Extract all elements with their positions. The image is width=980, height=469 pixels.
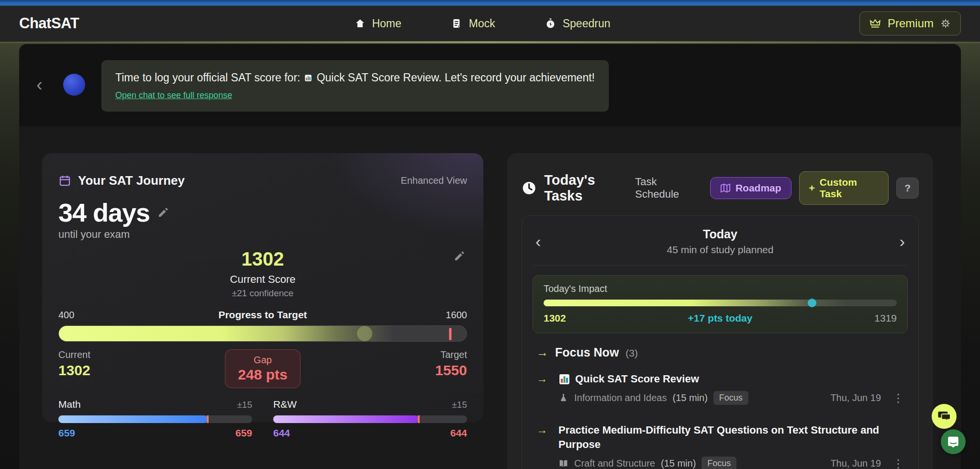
rw-value: 644 [273,427,290,439]
roadmap-button[interactable]: Roadmap [710,177,791,199]
nav-glow-divider [0,41,980,43]
schedule-panel: ‹ Today 45 min of study planned › Today'… [522,215,919,469]
roadmap-label: Roadmap [735,182,781,194]
rw-subscore: R&W ±15 644 644 [273,399,467,439]
clock-icon [522,180,536,196]
impact-label: Today's Impact [544,283,897,294]
nav-links: Home Mock Speedrun [354,17,610,30]
custom-task-button[interactable]: + Custom Task [799,171,889,205]
task-title: Quick SAT Score Review [575,372,699,386]
nav-item-label: Home [372,17,401,30]
edit-score-pencil-icon[interactable] [454,250,465,262]
math-label: Math [58,399,81,410]
open-book-icon [558,458,568,469]
impact-start-value: 1302 [544,313,611,324]
todays-tasks-card: Today's Tasks Task Schedule Roadmap + Cu… [507,153,933,469]
focus-now-header: → Focus Now (3) [536,346,908,359]
scale-min: 400 [58,310,101,321]
map-icon [720,183,731,193]
chat-bubble-smile-icon [947,435,960,448]
impact-progress-bar [544,300,897,306]
rw-progress-bar [273,415,467,423]
banner-back-chevron-icon[interactable]: ‹ [36,76,43,94]
banner-message-prefix: Time to log your official SAT score for: [115,71,300,84]
notification-banner: Time to log your official SAT score for:… [101,60,609,112]
nav-item-mock[interactable]: Mock [451,17,495,30]
gap-box: Gap 248 pts [225,349,300,388]
chat-bubbles-icon [937,409,951,424]
impact-gradient-fill [544,300,897,306]
target-value: 1550 [362,362,467,379]
day-header: ‹ Today 45 min of study planned › [522,216,918,256]
gear-icon[interactable] [940,18,951,29]
mock-document-icon [451,18,463,29]
nav-item-home[interactable]: Home [354,17,401,30]
app-logo: ChatSAT [19,15,79,32]
navbar: ChatSAT Home Mock Speedrun Premium [0,6,980,41]
rw-target-value: 644 [450,427,467,439]
task-schedule-label: Task Schedule [635,176,701,201]
focus-count: (3) [625,347,638,359]
enhanced-view-toggle[interactable]: Enhanced View [401,175,467,186]
math-subscore: Math ±15 659 659 [58,399,252,439]
task-arrow-icon: → [536,372,549,405]
current-value: 1302 [58,362,164,379]
task-row-quick-sat-score-review[interactable]: → Quick SAT Score Review Information and… [536,372,904,405]
next-day-chevron-icon[interactable]: › [900,233,905,249]
impact-marker [808,299,816,307]
target-label: Target [362,349,467,360]
open-chat-link[interactable]: Open chat to see full response [115,90,232,100]
premium-button[interactable]: Premium [859,11,961,35]
task-title: Practice Medium-Difficulty SAT Questions… [558,423,904,452]
help-button[interactable]: ? [896,178,919,199]
previous-day-chevron-icon[interactable]: ‹ [535,233,541,249]
current-label: Current [58,349,164,360]
focus-badge: Focus [702,457,736,469]
custom-task-label: Custom Task [820,177,879,200]
rw-target-tick [418,415,420,423]
progress-to-target-label: Progress to Target [101,309,424,321]
day-subtitle: 45 min of study planned [522,244,918,256]
chat-bubbles-button[interactable] [932,404,957,429]
task-duration: (15 min) [672,392,707,403]
task-row-text-structure-practice[interactable]: → Practice Medium-Difficulty SAT Questio… [536,423,904,469]
progress-to-target-bar [58,325,467,342]
current-score-label: Current Score [58,273,467,286]
nav-item-speedrun[interactable]: Speedrun [545,17,611,30]
progress-gradient-fill [59,326,467,341]
current-score-value: 1302 [58,248,467,269]
task-menu-kebab-icon[interactable]: ⋮ [892,458,904,469]
task-category: Craft and Structure [574,458,655,469]
confidence-label: ±21 confidence [58,288,467,299]
math-target-value: 659 [235,427,252,439]
day-divider [533,265,908,266]
task-date: Thu, Jun 19 [830,392,881,403]
impact-delta: +17 pts today [611,313,830,324]
bar-chart-emoji-icon [304,72,312,84]
focus-now-label: Focus Now [555,346,619,359]
math-target-tick [207,415,209,423]
scale-max: 1600 [424,310,467,321]
math-tolerance: ±15 [237,400,252,410]
speedrun-stopwatch-icon [545,18,557,29]
math-value: 659 [58,427,75,439]
math-progress-fill [58,415,208,423]
task-menu-kebab-icon[interactable]: ⋮ [892,392,904,404]
day-title: Today [522,227,918,241]
bar-chart-emoji-icon [558,373,570,385]
focus-badge: Focus [713,391,748,405]
journey-title: Your SAT Journey [78,173,185,188]
todays-impact-panel: Today's Impact 1302 +17 pts today 1319 [533,275,908,333]
assistant-avatar [63,74,85,96]
current-score-marker [357,326,372,341]
task-category: Information and Ideas [574,392,667,403]
banner-message-suffix: Quick SAT Score Review. Let's record you… [317,71,595,84]
rw-label: R&W [273,399,297,410]
nav-item-label: Mock [469,17,495,30]
browser-accent-bar [0,0,980,6]
task-duration: (15 min) [661,458,696,469]
impact-end-value: 1319 [830,313,897,324]
intercom-chat-button[interactable] [941,429,966,454]
calendar-icon [58,174,71,187]
edit-days-pencil-icon[interactable] [157,207,169,218]
